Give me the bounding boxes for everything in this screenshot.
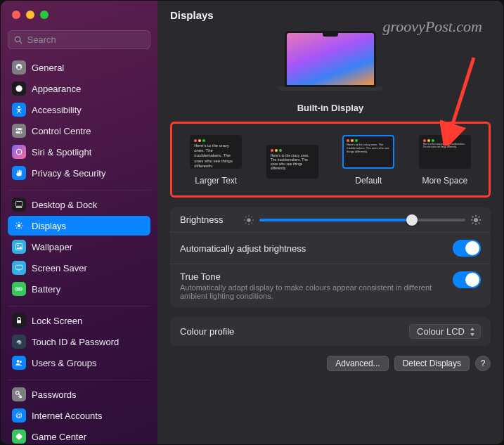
sidebar-item-label: Internet Accounts bbox=[32, 411, 102, 421]
resolution-panel: Here's to the crazy ones. The troublemak… bbox=[170, 122, 491, 198]
sidebar-item-desktop-dock[interactable]: Desktop & Dock bbox=[8, 195, 150, 214]
sidebar-item-wallpaper[interactable]: Wallpaper bbox=[8, 237, 150, 257]
minimize-icon[interactable] bbox=[26, 11, 34, 19]
help-button[interactable]: ? bbox=[475, 356, 491, 371]
sidebar-item-label: Users & Groups bbox=[32, 358, 96, 368]
sidebar-item-users-groups[interactable]: Users & Groups bbox=[8, 353, 150, 373]
svg-rect-22 bbox=[16, 288, 20, 290]
svg-line-50 bbox=[479, 222, 480, 224]
svg-point-4 bbox=[17, 129, 18, 130]
brightness-panel: Brightness Automatically adjust brightne… bbox=[170, 207, 491, 307]
resolution-label: Larger Text bbox=[181, 176, 252, 186]
resolution-thumb: Here's to the crazy ones. The troublemak… bbox=[419, 135, 471, 169]
sidebar-item-label: Lock Screen bbox=[32, 316, 82, 326]
brightness-label: Brightness bbox=[180, 214, 223, 225]
sidebar-item-label: Screen Saver bbox=[32, 263, 87, 273]
sidebar-item-label: Battery bbox=[32, 284, 60, 295]
chevron-updown-icon bbox=[469, 328, 476, 336]
sidebar-item-internet-accounts[interactable]: @Internet Accounts bbox=[8, 406, 150, 425]
svg-line-42 bbox=[245, 222, 246, 223]
system-settings-window: GeneralAppearanceAccessibilityControl Ce… bbox=[1, 1, 503, 444]
svg-point-5 bbox=[20, 131, 21, 133]
sidebar-item-label: Wallpaper bbox=[32, 242, 72, 252]
siri-icon bbox=[12, 145, 26, 159]
true-tone-toggle[interactable] bbox=[453, 271, 481, 288]
svg-point-26 bbox=[20, 361, 22, 363]
sidebar-item-privacy-security[interactable]: Privacy & Security bbox=[8, 163, 150, 183]
sidebar-item-label: Privacy & Security bbox=[32, 168, 105, 179]
svg-line-15 bbox=[21, 228, 22, 228]
resolution-option-3[interactable]: Here's to the crazy ones. The troublemak… bbox=[410, 135, 481, 186]
svg-rect-23 bbox=[22, 288, 23, 290]
laptop-screen-icon bbox=[285, 31, 376, 87]
sidebar-item-passwords[interactable]: Passwords bbox=[8, 385, 150, 404]
at-icon: @ bbox=[12, 408, 26, 423]
colour-profile-panel: Colour profile Colour LCD bbox=[170, 317, 491, 346]
sidebar-item-screen-saver[interactable]: Screen Saver bbox=[8, 258, 150, 278]
svg-line-51 bbox=[472, 222, 474, 224]
svg-point-44 bbox=[474, 217, 478, 221]
sidebar-item-general[interactable]: General bbox=[8, 58, 150, 77]
sidebar-item-control-centre[interactable]: Control Centre bbox=[8, 121, 150, 141]
footer-buttons: Advanced... Detect Displays ? bbox=[170, 356, 491, 371]
sidebar-item-label: Game Center bbox=[32, 432, 86, 442]
sidebar-item-lock-screen[interactable]: Lock Screen bbox=[8, 311, 150, 330]
page-title: Displays bbox=[170, 9, 491, 21]
colour-profile-label: Colour profile bbox=[180, 326, 234, 337]
svg-line-41 bbox=[252, 222, 252, 223]
svg-point-9 bbox=[18, 224, 21, 228]
maximize-icon[interactable] bbox=[40, 11, 49, 19]
sidebar-item-battery[interactable]: Battery bbox=[8, 279, 150, 299]
svg-text:@: @ bbox=[15, 411, 22, 419]
resolution-thumb: Here's to the crazy ones. The troublemak… bbox=[266, 145, 318, 179]
close-icon[interactable] bbox=[12, 11, 20, 19]
svg-rect-8 bbox=[16, 207, 22, 208]
svg-line-49 bbox=[472, 216, 474, 217]
key-icon bbox=[12, 387, 26, 401]
sidebar-item-label: Accessibility bbox=[32, 105, 82, 115]
sidebar-item-siri-spotlight[interactable]: Siri & Spotlight bbox=[8, 142, 150, 162]
svg-rect-18 bbox=[16, 244, 22, 250]
resolution-option-1[interactable]: Here's to the crazy ones. The troublemak… bbox=[257, 145, 328, 186]
resolution-label: Default bbox=[333, 176, 404, 186]
search-input[interactable] bbox=[27, 34, 144, 45]
sidebar-item-game-center[interactable]: Game Center bbox=[8, 427, 150, 444]
sidebar-item-accessibility[interactable]: Accessibility bbox=[8, 100, 150, 120]
sidebar-item-displays[interactable]: Displays bbox=[8, 216, 150, 236]
svg-point-32 bbox=[18, 437, 21, 440]
wallpaper-icon bbox=[12, 240, 26, 254]
detect-displays-button[interactable]: Detect Displays bbox=[394, 356, 470, 371]
svg-point-1 bbox=[18, 106, 20, 108]
svg-line-43 bbox=[252, 217, 252, 217]
sidebar-item-touch-id-password[interactable]: Touch ID & Password bbox=[8, 332, 150, 352]
display-name: Built-in Display bbox=[170, 103, 491, 113]
auto-brightness-label: Automatically adjust brightness bbox=[180, 243, 306, 254]
resolution-option-0[interactable]: Here's to the crazy ones. The troublemak… bbox=[181, 135, 252, 186]
colour-profile-select[interactable]: Colour LCD bbox=[409, 324, 481, 339]
search-field[interactable] bbox=[8, 30, 150, 49]
svg-point-35 bbox=[247, 218, 251, 221]
svg-rect-24 bbox=[17, 320, 21, 323]
display-preview: Built-in Display bbox=[170, 31, 491, 113]
sidebar-item-label: Appearance bbox=[32, 84, 81, 94]
resolution-thumb: Here's to the crazy ones. The troublemak… bbox=[342, 135, 394, 169]
svg-line-52 bbox=[479, 216, 480, 217]
sidebar-item-label: Touch ID & Password bbox=[32, 337, 119, 347]
resolution-label: More Space bbox=[410, 176, 481, 186]
brightness-low-icon bbox=[244, 215, 254, 225]
accessibility-icon bbox=[12, 103, 26, 117]
dock-icon bbox=[12, 198, 26, 212]
appearance-icon bbox=[12, 82, 26, 96]
resolution-option-2[interactable]: Here's to the crazy ones. The troublemak… bbox=[333, 135, 404, 186]
svg-line-40 bbox=[245, 217, 246, 217]
svg-line-16 bbox=[16, 228, 17, 228]
sidebar-item-appearance[interactable]: Appearance bbox=[8, 79, 150, 98]
sidebar-item-label: Control Centre bbox=[32, 126, 91, 136]
sidebar-item-label: Desktop & Dock bbox=[32, 200, 97, 210]
auto-brightness-toggle[interactable] bbox=[453, 240, 481, 257]
svg-point-19 bbox=[17, 245, 18, 246]
advanced-button[interactable]: Advanced... bbox=[327, 356, 388, 371]
brightness-slider[interactable] bbox=[259, 219, 465, 221]
switches-icon bbox=[12, 124, 26, 138]
screensaver-icon bbox=[12, 261, 26, 275]
